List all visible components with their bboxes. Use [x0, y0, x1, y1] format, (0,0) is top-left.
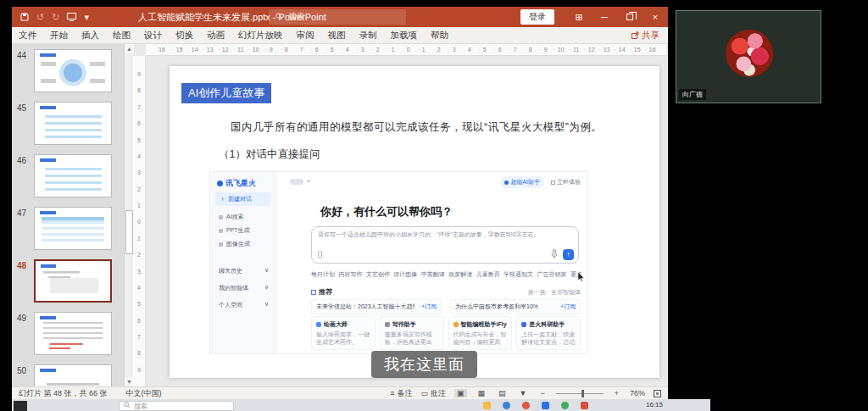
ruler-number: 8: [276, 47, 292, 53]
slideshow-from-start-icon[interactable]: [67, 13, 76, 21]
spark-recommend-rows: 未来学信息站：2023人工智能十大趋势+订阅 为什么中国股市参考盈利率10%+订…: [311, 299, 581, 314]
chip: 广告营销策: [537, 270, 567, 279]
qat-customize-caret-icon[interactable]: ▾: [84, 12, 89, 23]
app-icon[interactable]: [561, 402, 569, 409]
tab-help[interactable]: 帮助: [424, 30, 455, 42]
vertical-ruler: 9876543210123456789: [133, 56, 146, 386]
zoom-out-icon[interactable]: −: [537, 389, 547, 397]
tab-addins[interactable]: 加载项: [384, 30, 425, 42]
thumbnail-sketch: [37, 157, 108, 195]
spark-screenshot-image: 讯飞星火 ＋新建对话 AI搜索 PPT生成 图像生成 聊天历史∨ 我的智能体∨ …: [209, 171, 588, 354]
tab-transitions[interactable]: 切换: [169, 30, 200, 42]
chip: 儿童教育: [476, 270, 500, 279]
slide-editing-area: AI创作儿童故事 国内几乎所有的通用的模型都可以完成该任务，现以“讯飞星火大模型…: [146, 56, 668, 386]
slide-sorter-view-icon[interactable]: ▦: [476, 389, 488, 397]
taskbar-clock[interactable]: 16:15: [646, 401, 663, 408]
comments-button[interactable]: ▭批注: [420, 388, 446, 399]
app-icon[interactable]: [522, 402, 530, 409]
window-icon: [551, 181, 555, 185]
slide-thumbnail-50[interactable]: [34, 364, 112, 386]
start-button[interactable]: [14, 401, 27, 411]
slide-thumbnail-47[interactable]: [34, 207, 112, 250]
tab-file[interactable]: 文件: [12, 30, 43, 42]
restore-button[interactable]: [617, 7, 643, 27]
redo-icon[interactable]: ↻: [52, 12, 59, 23]
app-icon[interactable]: [483, 402, 491, 409]
ruler-number: 1: [383, 47, 398, 53]
spark-prompt-text: 请你写一个适合幼儿园中班的小朋友学习的、“环保”主题的故事，字数在500字左右。: [318, 230, 572, 239]
ruler-number: 6: [307, 47, 322, 53]
zoom-level[interactable]: 76%: [630, 389, 645, 397]
scrollbar-thumb[interactable]: [125, 210, 133, 254]
save-icon[interactable]: [20, 13, 29, 21]
thumbnail-scrollbar[interactable]: ▲ ▼: [124, 44, 133, 386]
taskbar-app-icons: [483, 402, 588, 409]
titlebar-controls: 登录 ⊞ ─ ×: [520, 7, 668, 27]
avatar: [726, 30, 773, 77]
zoom-slider[interactable]: [556, 393, 604, 394]
spark-input-box: 请你写一个适合幼儿园中班的小朋友学习的、“环保”主题的故事，字数在500字左右。…: [311, 226, 579, 264]
thumbnail-sketch: [38, 263, 108, 299]
slide-thumbnail-49[interactable]: [34, 312, 112, 355]
microphone-icon: [551, 249, 558, 259]
slide-number: 46: [17, 154, 34, 165]
ruler-number: 9: [536, 47, 551, 53]
notes-button[interactable]: ≡备注: [390, 388, 412, 399]
login-button[interactable]: 登录: [520, 9, 554, 25]
ai-assistant-chip: 超能AI助手: [500, 176, 544, 188]
slide-paragraph[interactable]: 国内几乎所有的通用的模型都可以完成该任务，现以“讯飞星火大模型”为例。: [231, 120, 602, 135]
chevron-down-icon: ∨: [264, 267, 269, 275]
slide-canvas[interactable]: AI创作儿童故事 国内几乎所有的通用的模型都可以完成该任务，现以“讯飞星火大模型…: [170, 66, 659, 378]
ruler-number: 4: [133, 285, 145, 291]
zoom-knob[interactable]: [581, 390, 584, 397]
ruler-number: 11: [566, 47, 581, 53]
tab-draw[interactable]: 绘图: [106, 30, 137, 42]
chip: 学校通知文: [504, 270, 533, 279]
quick-access-toolbar: ↺ ↻ ▾: [12, 12, 89, 23]
assistant-icon: [504, 181, 509, 185]
plus-icon: ＋: [220, 195, 225, 203]
ruler-number: 5: [322, 47, 337, 53]
minimize-button[interactable]: ─: [592, 7, 617, 27]
share-button[interactable]: 共享: [632, 30, 659, 42]
language-indicator[interactable]: 中文(中国): [126, 388, 162, 399]
titlebar-search[interactable]: 搜索: [269, 9, 406, 25]
ruler-number: 11: [231, 47, 246, 53]
tab-insert[interactable]: 插入: [75, 30, 106, 42]
undo-icon[interactable]: ↺: [36, 12, 44, 23]
mouse-cursor: [577, 272, 585, 283]
scroll-up-icon[interactable]: ▲: [125, 44, 134, 53]
slide-number: 47: [17, 207, 34, 218]
taskbar-search[interactable]: 搜索: [119, 401, 234, 411]
slide-thumbnail-44[interactable]: [34, 49, 112, 92]
app-icon[interactable]: [542, 402, 549, 409]
slide-thumbnail-46[interactable]: [34, 154, 112, 197]
tab-slideshow[interactable]: 幻灯片放映: [231, 30, 290, 42]
tab-home[interactable]: 开始: [43, 30, 75, 42]
thumbnail-sketch: [37, 209, 108, 247]
tab-record[interactable]: 录制: [353, 30, 384, 42]
ribbon-display-options-icon[interactable]: ⊞: [566, 7, 592, 27]
slide-thumbnail-45[interactable]: [34, 102, 112, 145]
normal-view-icon[interactable]: ▣: [454, 389, 467, 397]
slideshow-view-icon[interactable]: ▼: [517, 389, 530, 397]
reading-view-icon[interactable]: ▤: [496, 389, 509, 397]
zoom-in-icon[interactable]: +: [612, 389, 621, 397]
tab-view[interactable]: 视图: [321, 30, 353, 42]
thumbnail-sketch: [37, 314, 108, 353]
ruler-number: 8: [133, 87, 145, 93]
close-button[interactable]: ×: [643, 7, 668, 27]
slide-paragraph[interactable]: （1）对话中直接提问: [219, 147, 320, 162]
tab-animations[interactable]: 动画: [200, 30, 231, 42]
ruler-number: 9: [261, 47, 276, 53]
app-icon[interactable]: [503, 402, 510, 409]
spark-sidebar-item-ppt: PPT生成: [219, 226, 250, 235]
slide-title[interactable]: AI创作儿童故事: [181, 83, 271, 103]
tab-review[interactable]: 审阅: [290, 30, 321, 42]
app-icon[interactable]: [581, 402, 588, 409]
status-bar: 幻灯片 第 48 张，共 66 张 中文(中国) ≡备注 ▭批注 ▣ ▦ ▤ ▼…: [12, 386, 668, 399]
tab-design[interactable]: 设计: [137, 30, 169, 42]
fit-to-window-icon[interactable]: [654, 390, 661, 397]
slide-thumbnail-48-selected[interactable]: [34, 259, 112, 303]
spark-sidebar-group-agents: 我的智能体∨: [219, 284, 269, 292]
